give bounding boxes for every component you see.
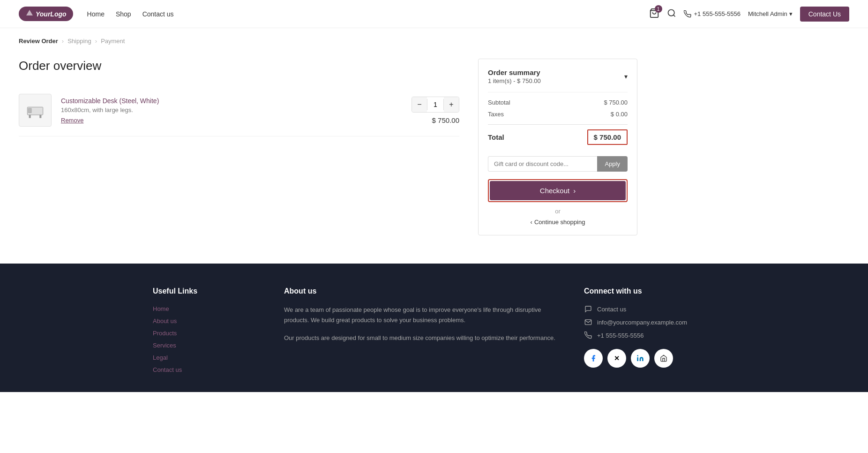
email-icon bbox=[584, 318, 592, 326]
user-name: Mitchell Admin bbox=[748, 10, 787, 17]
summary-collapse-icon[interactable]: ▾ bbox=[624, 73, 628, 80]
linkedin-button[interactable] bbox=[631, 349, 650, 368]
contact-us-button[interactable]: Contact Us bbox=[800, 7, 849, 22]
apply-button[interactable]: Apply bbox=[597, 156, 628, 172]
social-icons: ✕ bbox=[584, 349, 715, 368]
footer: Useful Links Home About us Products Serv… bbox=[0, 264, 868, 392]
home-button[interactable] bbox=[654, 349, 673, 368]
user-menu[interactable]: Mitchell Admin ▾ bbox=[748, 10, 793, 17]
nav-home[interactable]: Home bbox=[87, 10, 105, 18]
quantity-increase-button[interactable]: + bbox=[444, 97, 459, 112]
order-summary: Order summary 1 item(s) - $ 750.00 ▾ Sub… bbox=[478, 59, 637, 235]
logo-icon bbox=[25, 9, 34, 19]
about-text-1: We are a team of passionate people whose… bbox=[284, 305, 556, 325]
svg-point-7 bbox=[637, 355, 638, 356]
phone-number: +1 555-555-5556 bbox=[694, 10, 741, 17]
or-text: or bbox=[488, 208, 628, 215]
about-text-2: Our products are designed for small to m… bbox=[284, 333, 556, 343]
discount-input[interactable] bbox=[488, 156, 597, 172]
cart-icon[interactable]: 1 bbox=[649, 8, 659, 20]
connect-item-phone: +1 555-555-5556 bbox=[584, 331, 715, 340]
cart-item: Customizable Desk (Steel, White) 160x80c… bbox=[19, 84, 459, 136]
summary-header: Order summary 1 item(s) - $ 750.00 ▾ bbox=[488, 68, 628, 84]
search-icon[interactable] bbox=[667, 8, 676, 19]
subtotal-label: Subtotal bbox=[488, 99, 510, 106]
twitter-button[interactable]: ✕ bbox=[607, 349, 626, 368]
twitter-icon: ✕ bbox=[614, 355, 620, 362]
discount-row: Apply bbox=[488, 156, 628, 172]
breadcrumb-payment[interactable]: Payment bbox=[101, 38, 125, 45]
footer-phone: +1 555-555-5556 bbox=[597, 332, 644, 339]
email-link[interactable]: info@yourcompany.example.com bbox=[597, 319, 687, 326]
connect-item-email: info@yourcompany.example.com bbox=[584, 318, 715, 326]
svg-rect-6 bbox=[28, 108, 31, 113]
summary-rows: Subtotal $ 750.00 Taxes $ 0.00 bbox=[488, 92, 628, 118]
footer-about: About us We are a team of passionate peo… bbox=[284, 287, 556, 378]
footer-grid: Useful Links Home About us Products Serv… bbox=[153, 287, 715, 378]
list-item: About us bbox=[153, 317, 256, 325]
item-controls: − + $ 750.00 bbox=[412, 97, 459, 124]
phone-icon bbox=[584, 331, 592, 340]
back-arrow-icon: ‹ bbox=[531, 219, 532, 226]
summary-header-text: Order summary 1 item(s) - $ 750.00 bbox=[488, 68, 541, 84]
footer-link-contact[interactable]: Contact us bbox=[153, 366, 182, 373]
breadcrumb-shipping[interactable]: Shipping bbox=[67, 38, 91, 45]
nav-shop[interactable]: Shop bbox=[116, 10, 131, 18]
total-value: $ 750.00 bbox=[587, 129, 628, 145]
footer-link-home[interactable]: Home bbox=[153, 305, 169, 312]
total-row: Total $ 750.00 bbox=[488, 124, 628, 150]
chat-icon bbox=[584, 305, 592, 313]
subtotal-value: $ 750.00 bbox=[604, 99, 628, 106]
checkout-button[interactable]: Checkout › bbox=[490, 181, 626, 200]
contact-us-link[interactable]: Contact us bbox=[597, 306, 626, 313]
quantity-input[interactable] bbox=[427, 99, 444, 110]
connect-title: Connect with us bbox=[584, 287, 715, 295]
subtotal-row: Subtotal $ 750.00 bbox=[488, 99, 628, 106]
svg-line-2 bbox=[673, 15, 675, 17]
logo-text: YourLogo bbox=[36, 10, 67, 18]
footer-link-services[interactable]: Services bbox=[153, 342, 176, 349]
quantity-control: − + bbox=[412, 97, 459, 113]
list-item: Services bbox=[153, 341, 256, 349]
order-title: Order overview bbox=[19, 59, 459, 73]
taxes-label: Taxes bbox=[488, 111, 504, 118]
svg-rect-4 bbox=[29, 115, 31, 118]
order-section: Order overview Customizable Desk (Steel,… bbox=[19, 59, 459, 235]
svg-point-1 bbox=[668, 10, 674, 16]
main-content: Order overview Customizable Desk (Steel,… bbox=[0, 49, 656, 264]
checkout-btn-wrap: Checkout › bbox=[488, 179, 628, 202]
item-details: Customizable Desk (Steel, White) 160x80c… bbox=[61, 97, 402, 124]
main-nav: Home Shop Contact us bbox=[87, 10, 174, 18]
footer-useful-links: Useful Links Home About us Products Serv… bbox=[153, 287, 256, 378]
breadcrumb: Review Order › Shipping › Payment bbox=[0, 28, 868, 49]
header: YourLogo Home Shop Contact us 1 bbox=[0, 0, 868, 28]
header-right: 1 +1 555-555-5556 Mitchell Admin ▾ Conta… bbox=[649, 7, 849, 22]
list-item: Contact us bbox=[153, 366, 256, 373]
breadcrumb-sep-2: › bbox=[95, 38, 97, 45]
chevron-down-icon: ▾ bbox=[789, 10, 793, 17]
continue-shopping-link[interactable]: ‹ Continue shopping bbox=[488, 219, 628, 226]
footer-connect: Connect with us Contact us info@yourcomp… bbox=[584, 287, 715, 378]
footer-links-list: Home About us Products Services Legal Co… bbox=[153, 305, 256, 373]
taxes-value: $ 0.00 bbox=[611, 111, 628, 118]
cart-badge: 1 bbox=[655, 5, 662, 13]
item-price: $ 750.00 bbox=[432, 116, 459, 124]
item-remove-link[interactable]: Remove bbox=[61, 117, 83, 124]
breadcrumb-review[interactable]: Review Order bbox=[19, 38, 58, 45]
nav-contact[interactable]: Contact us bbox=[142, 10, 174, 18]
list-item: Home bbox=[153, 305, 256, 312]
list-item: Products bbox=[153, 329, 256, 337]
header-left: YourLogo Home Shop Contact us bbox=[19, 7, 174, 21]
checkout-label: Checkout bbox=[540, 187, 569, 195]
phone-info: +1 555-555-5556 bbox=[684, 10, 741, 18]
connect-item-contact: Contact us bbox=[584, 305, 715, 313]
facebook-button[interactable] bbox=[584, 349, 603, 368]
quantity-decrease-button[interactable]: − bbox=[412, 97, 427, 112]
footer-link-about[interactable]: About us bbox=[153, 317, 177, 325]
logo[interactable]: YourLogo bbox=[19, 7, 73, 21]
item-description: 160x80cm, with large legs. bbox=[61, 106, 402, 113]
item-name: Customizable Desk (Steel, White) bbox=[61, 97, 402, 105]
about-title: About us bbox=[284, 287, 556, 295]
footer-link-products[interactable]: Products bbox=[153, 330, 177, 337]
footer-link-legal[interactable]: Legal bbox=[153, 354, 168, 361]
